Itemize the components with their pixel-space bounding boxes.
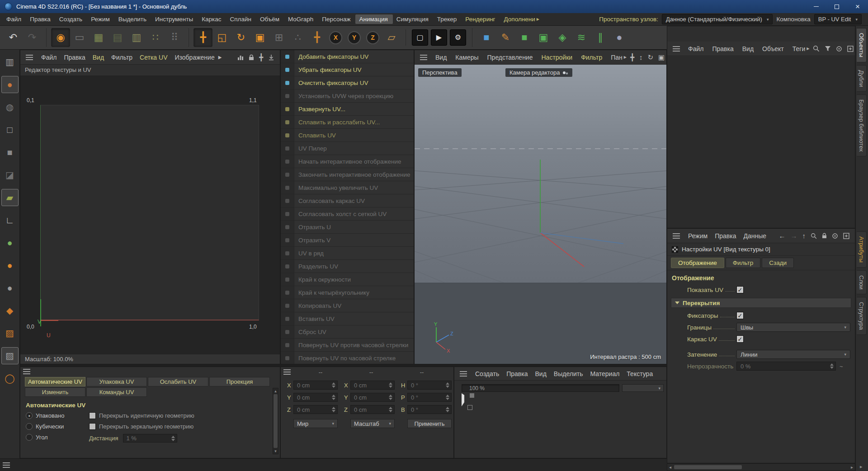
shaderball-gray-icon[interactable]: ● [1,279,19,297]
minimize-button[interactable] [806,0,826,13]
menubar-item[interactable]: Персонаж [318,14,355,24]
borders-dropdown[interactable]: Швы ▾ [736,323,850,332]
undo-icon[interactable]: ↶ [4,28,23,47]
dolly-camera-icon[interactable]: ↕ [639,54,643,61]
uv-editor-menu-item[interactable]: Фильтр [108,52,136,62]
history-back-icon[interactable]: ← [779,232,786,239]
panel-menu-icon[interactable] [23,369,30,374]
move-tool-icon[interactable]: ╋ [193,28,212,47]
wireframe-checkbox[interactable]: ✓ [736,335,744,343]
spinner[interactable] [331,407,337,412]
object-mode-icon[interactable]: ■ [1,144,19,161]
material-view-dropdown[interactable]: ▾ [622,384,664,392]
orbit-camera-icon[interactable]: ↻ [647,54,653,61]
uv-command[interactable]: Добавить фиксаторы UV [281,50,414,63]
uv-command[interactable]: Отразить U [281,221,414,234]
position-field[interactable]: 0 cm [293,381,338,390]
position-field[interactable]: 0 cm [293,405,338,414]
modes-icon[interactable]: ∴ [288,28,307,47]
model-mode-icon[interactable]: □ [1,121,19,138]
close-button[interactable]: × [847,0,868,13]
uv-command[interactable]: Развернуть UV... [281,103,414,116]
target-icon[interactable] [836,46,842,52]
environment-sphere-icon[interactable]: ● [610,28,629,47]
object-manager-menu-item[interactable]: Вид [739,44,759,54]
node-space-dropdown[interactable]: Данное (Стандартный/Физический) ▾ [662,14,773,24]
history-forward-icon[interactable]: → [791,232,797,239]
menubar-item[interactable]: Объём [256,14,284,24]
uv-editor-menu-item[interactable]: Изображение [171,52,218,62]
panel-tab[interactable]: Дубли [857,65,867,92]
spinner[interactable] [445,382,451,388]
uv-tile-tool-icon[interactable]: ▤ [108,28,127,47]
y-axis-button[interactable]: Y [348,31,361,44]
preview-size-slider[interactable]: 100 % [462,384,619,392]
material-menu-item[interactable]: Вид [532,369,550,379]
move-clone-icon[interactable]: ╋ [307,28,326,47]
menubar-item[interactable]: Файл [3,14,26,24]
uv-canvas[interactable]: 0,1 1,1 0,0 1,0 V U [20,75,280,354]
uv-tools-tab[interactable]: Ослабить UV [148,377,208,386]
uv-command[interactable]: Очистить фиксаторы UV [281,76,414,89]
lock-icon[interactable] [822,233,827,239]
distance-field[interactable]: 1 % [123,434,177,443]
x-axis-button[interactable]: X [329,31,342,44]
object-manager-menu-item[interactable]: Объект [759,44,789,54]
menubar-item[interactable]: Выделить [115,14,151,24]
attribute-menu-item[interactable]: Режим [684,231,711,241]
object-manager-menu-item[interactable]: Теги ▶ [789,44,813,54]
curve-map-icon[interactable]: ~ [840,363,843,370]
uv-point-mode-icon[interactable]: ∟ [1,212,19,229]
spinner[interactable] [445,407,451,412]
toggle-view-icon[interactable]: ▣ [658,54,665,61]
live-selection-icon[interactable]: ◉ [51,28,70,47]
menubar-item[interactable]: Симуляция [393,14,434,24]
target-icon[interactable] [832,233,838,239]
olive-dots-tool-icon[interactable]: ∷ [146,28,165,47]
scroll-right-icon[interactable]: ▸ [851,465,853,470]
viewport-menu-item[interactable]: Представление [484,52,538,62]
uv-command[interactable]: Край к окружности [281,273,414,286]
uv-tools-tab[interactable]: Упаковка UV [86,377,147,386]
workplane-icon[interactable]: ▱ [382,28,401,47]
maximize-button[interactable] [826,0,847,13]
uv-command[interactable]: UV в ряд [281,247,414,260]
histogram-icon[interactable] [237,54,244,61]
checkbox-option[interactable]: Перекрыть идентичную геометрию [89,412,194,419]
scrollbar-thumb[interactable] [674,465,742,469]
spinner[interactable] [388,395,394,400]
camera-label-chip[interactable]: Камера редактора [505,68,572,77]
panel-menu-icon[interactable] [420,55,427,60]
spinner[interactable] [388,407,394,412]
menubar-item[interactable]: Инструменты [151,14,198,24]
attribute-tab[interactable]: Отображение [671,258,724,268]
z-axis-button[interactable]: Z [366,31,379,44]
spinner[interactable] [331,382,337,388]
uv-command[interactable]: Согласовать холст с сеткой UV [281,207,414,221]
material-menu-item[interactable]: Создать [472,369,503,379]
uv-command[interactable]: Разделить UV [281,260,414,273]
viewport-menu-item[interactable]: Пан ▶ [607,52,630,62]
uv-command[interactable]: Начать интерактивное отображение [281,155,414,168]
ring-tool-icon[interactable]: ◯ [1,370,19,387]
panel-menu-icon[interactable] [26,55,33,60]
viewport-menu-item[interactable]: Фильтр [577,52,607,62]
transform-mode-dropdown[interactable]: Масштаб ▾ [350,419,395,428]
material-menu-item[interactable]: Текстура [623,369,656,379]
uv-editor-menu-item[interactable]: Вид [89,52,108,62]
uv-editor-menu-item[interactable]: Файл [38,52,60,62]
uv-command[interactable]: Край к четырёхугольнику [281,286,414,299]
uv-command[interactable]: Сплавить и расслабить UV... [281,116,414,129]
panel-menu-icon[interactable] [460,371,467,377]
attribute-menu-item[interactable]: Правка [711,231,740,241]
radio-option[interactable]: Угол [26,434,89,441]
shaderball-green-icon[interactable]: ● [1,234,19,251]
panel-tab[interactable]: Атрибуты [857,231,867,268]
pan-view-icon[interactable]: ╋ [259,54,263,61]
overlays-group-header[interactable]: Перекрытия [671,298,851,308]
object-manager-menu-item[interactable]: Правка [708,44,738,54]
spinner[interactable] [829,363,835,369]
new-panel-icon[interactable] [847,46,854,52]
uv-command[interactable]: Максимально увеличить UV [281,181,414,194]
vertical-scrollbar[interactable]: ▴ ▾ [273,388,278,454]
